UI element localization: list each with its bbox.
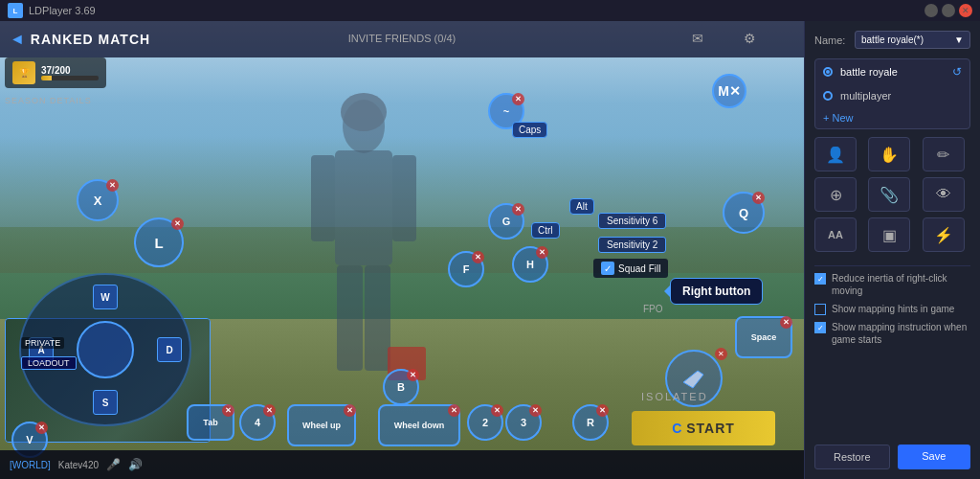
reduce-inertia-row: Reduce inertia of right-click moving	[814, 272, 970, 297]
squad-fill-checkbox[interactable]: ✓	[601, 262, 614, 275]
settings-icon[interactable]: ⚙	[744, 31, 756, 46]
name-select[interactable]: battle royale(*) ▼	[855, 31, 970, 49]
maximize-button[interactable]: □	[942, 4, 955, 17]
key-b-close[interactable]: ✕	[407, 369, 419, 381]
reduce-inertia-checkbox[interactable]	[814, 273, 826, 285]
score-bar	[41, 76, 99, 80]
aa-tool-button[interactable]: AA	[814, 217, 857, 252]
key-wheelup-button[interactable]: Wheel up ✕	[287, 404, 356, 446]
right-button-label: Right button	[682, 285, 750, 298]
profile-battle-royale-label: battle royale	[840, 66, 898, 78]
key-q-button[interactable]: Q ✕	[723, 192, 765, 234]
title-bar: L LDPlayer 3.69 ─ □ ✕	[0, 0, 980, 21]
reduce-inertia-label: Reduce inertia of right-click moving	[832, 272, 970, 297]
divider-1	[814, 265, 970, 266]
profile-battle-royale[interactable]: battle royale ↺	[815, 59, 969, 84]
edit-tool-button[interactable]: ✏	[923, 137, 965, 171]
eye-tool-button[interactable]: 👁	[923, 177, 965, 212]
key-wheeldown-close[interactable]: ✕	[448, 404, 460, 417]
start-button[interactable]: C START	[632, 411, 775, 445]
show-instruction-checkbox[interactable]	[814, 322, 826, 333]
key-wheelup-close[interactable]: ✕	[344, 404, 356, 417]
key-3-close[interactable]: ✕	[529, 404, 542, 417]
profile-multiplayer[interactable]: multiplayer	[815, 84, 969, 107]
key-3-button[interactable]: 3 ✕	[505, 404, 542, 441]
key-d[interactable]: D	[157, 337, 182, 362]
loadout-label: LOADOUT	[21, 356, 77, 370]
key-f-button[interactable]: F ✕	[448, 251, 484, 287]
show-hints-row: Show mapping hints in game	[814, 303, 970, 315]
key-l-button[interactable]: L ✕	[134, 217, 184, 267]
app-icon: L	[8, 3, 23, 18]
key-4-button[interactable]: 4 ✕	[239, 404, 276, 441]
start-label: START	[686, 421, 735, 436]
name-select-arrow: ▼	[954, 34, 964, 45]
key-g-button[interactable]: G ✕	[488, 203, 524, 240]
key-tab-button[interactable]: Tab ✕	[187, 404, 234, 441]
key-h-button[interactable]: H ✕	[512, 246, 548, 283]
refresh-icon[interactable]: ↺	[952, 65, 962, 79]
crosshair-tool-button[interactable]: ⊕	[814, 177, 857, 212]
key-q-close[interactable]: ✕	[752, 192, 765, 204]
microphone-icon[interactable]: 🎤	[106, 458, 121, 471]
back-arrow-icon[interactable]: ◄	[10, 31, 25, 48]
joystick-center[interactable]	[77, 321, 134, 378]
key-2-button[interactable]: 2 ✕	[467, 404, 503, 441]
name-row: Name: battle royale(*) ▼	[814, 31, 970, 49]
tools-grid: 👤 ✋ ✏ ⊕ 📎 👁 AA ▣ ⚡	[814, 137, 970, 252]
squad-fill-row[interactable]: ✓ Squad Fill	[593, 259, 668, 278]
key-s[interactable]: S	[93, 390, 118, 415]
radio-multiplayer	[823, 91, 833, 101]
key-m-close[interactable]: ✕	[729, 83, 741, 99]
key-tilde-close[interactable]: ✕	[512, 93, 524, 105]
score-fill	[41, 76, 52, 80]
key-h-close[interactable]: ✕	[536, 246, 548, 259]
key-f-close[interactable]: ✕	[472, 251, 484, 263]
key-v-close[interactable]: ✕	[35, 422, 48, 434]
svg-rect-2	[311, 155, 335, 241]
key-tilde-label: ~	[503, 105, 509, 117]
joystick-area[interactable]: W A S D	[19, 273, 191, 426]
key-tab-close[interactable]: ✕	[222, 404, 234, 417]
lightning-tool-button[interactable]: ⚡	[923, 217, 965, 252]
key-4-close[interactable]: ✕	[263, 404, 276, 417]
key-space-label: Space	[751, 332, 777, 342]
svg-rect-5	[365, 265, 390, 371]
key-g-close[interactable]: ✕	[512, 203, 524, 216]
squad-fill-label: Squad Fill	[618, 263, 660, 274]
player-name: Katev420	[58, 460, 99, 470]
sensitivity-2-bar[interactable]: Sensitivity 2	[598, 237, 666, 253]
game-top-bar: ◄ RANKED MATCH INVITE FRIENDS (0/4) ✉ ⚙	[0, 21, 804, 57]
key-l-close[interactable]: ✕	[171, 217, 184, 230]
show-hints-checkbox[interactable]	[814, 304, 826, 315]
key-b-button[interactable]: B ✕	[383, 369, 419, 405]
speaker-icon[interactable]: 🔊	[128, 458, 143, 471]
paperclip-icon: 📎	[880, 186, 899, 204]
key-r-button[interactable]: R ✕	[572, 404, 609, 441]
key-r-close[interactable]: ✕	[596, 404, 609, 417]
key-space-button[interactable]: Space ✕	[735, 316, 792, 358]
sensitivity-6-bar[interactable]: Sensitivity 6	[598, 213, 666, 229]
key-f-label: F	[463, 263, 470, 275]
key-x-close[interactable]: ✕	[106, 179, 119, 192]
player-score-section: 37/200	[41, 65, 99, 80]
weapon-close[interactable]: ✕	[715, 348, 727, 360]
key-2-close[interactable]: ✕	[491, 404, 503, 417]
sensitivity-2-label: Sensitivity 2	[607, 240, 657, 250]
key-x-button[interactable]: X ✕	[77, 179, 119, 221]
key-wheeldown-button[interactable]: Wheel down ✕	[378, 404, 460, 446]
screen-tool-button[interactable]: ▣	[868, 217, 910, 252]
hand-tool-button[interactable]: ✋	[868, 137, 910, 171]
key-space-close[interactable]: ✕	[780, 316, 792, 329]
person-tool-button[interactable]: 👤	[814, 137, 857, 171]
clip-tool-button[interactable]: 📎	[868, 177, 910, 212]
key-w[interactable]: W	[93, 285, 118, 309]
ctrl-label: Ctrl	[531, 222, 560, 239]
right-button-tooltip: Right button	[670, 278, 763, 305]
save-button[interactable]: Save	[898, 445, 971, 469]
close-button[interactable]: ✕	[959, 4, 972, 17]
key-m-button[interactable]: M ✕	[712, 74, 746, 108]
restore-button[interactable]: Restore	[814, 445, 890, 469]
minimize-button[interactable]: ─	[924, 4, 938, 17]
new-profile-button[interactable]: + New	[815, 107, 969, 128]
